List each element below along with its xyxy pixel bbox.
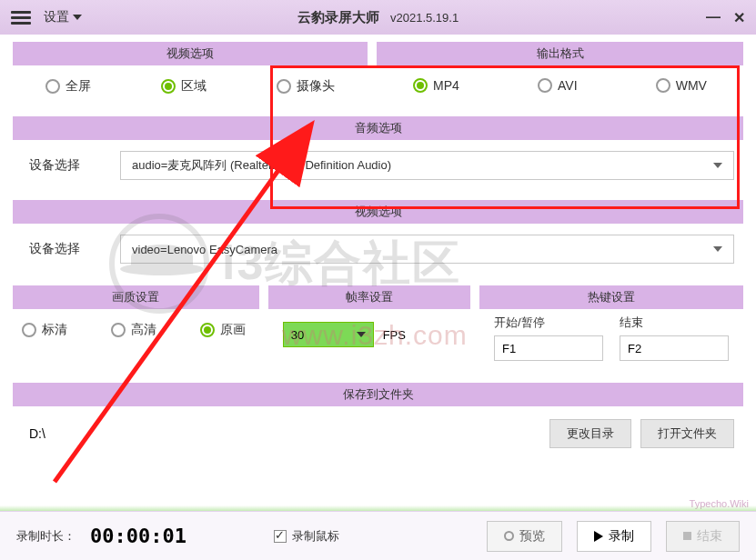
audio-device-label: 设备选择 xyxy=(22,157,104,174)
video-device-header: 视频选项 xyxy=(13,200,743,224)
open-folder-button[interactable]: 打开文件夹 xyxy=(640,419,734,448)
chevron-down-icon xyxy=(713,246,722,252)
video-device-dropdown[interactable]: video=Lenovo EasyCamera xyxy=(120,235,734,264)
minimize-button[interactable]: — xyxy=(701,8,725,26)
close-button[interactable]: ✕ xyxy=(727,8,751,26)
output-format-header: 输出格式 xyxy=(377,42,743,65)
radio-wmv[interactable]: WMV xyxy=(656,78,707,93)
fps-select[interactable]: 30 xyxy=(283,322,374,347)
radio-original[interactable]: 原画 xyxy=(200,322,246,338)
checkbox-icon xyxy=(274,530,287,543)
chevron-down-icon xyxy=(357,332,366,337)
menu-icon[interactable] xyxy=(5,7,36,28)
hotkey-start-input[interactable] xyxy=(494,335,603,361)
record-time-label: 录制时长： xyxy=(16,528,76,545)
stop-icon xyxy=(683,532,691,540)
hotkey-start-label: 开始/暂停 xyxy=(494,315,603,331)
record-button[interactable]: 录制 xyxy=(577,521,651,552)
record-mouse-checkbox[interactable]: 录制鼠标 xyxy=(274,528,339,545)
radio-camera[interactable]: 摄像头 xyxy=(277,78,335,95)
quality-header: 画质设置 xyxy=(13,285,259,309)
audio-device-dropdown[interactable]: audio=麦克风阵列 (Realtek High Definition Aud… xyxy=(120,151,734,180)
chevron-down-icon xyxy=(73,15,82,20)
video-options-header: 视频选项 xyxy=(13,42,368,65)
chevron-down-icon xyxy=(713,163,722,168)
radio-fullscreen[interactable]: 全屏 xyxy=(45,78,91,95)
change-folder-button[interactable]: 更改目录 xyxy=(549,419,631,448)
radio-sd[interactable]: 标清 xyxy=(22,322,67,338)
settings-label: 设置 xyxy=(44,9,69,25)
settings-dropdown[interactable]: 设置 xyxy=(44,9,82,25)
hotkey-stop-label: 结束 xyxy=(620,315,729,331)
titlebar: 设置 云豹录屏大师 v2021.5.19.1 — ✕ xyxy=(0,0,756,35)
preview-button[interactable]: 预览 xyxy=(487,521,562,552)
play-icon xyxy=(594,531,603,542)
app-title: 云豹录屏大师 v2021.5.19.1 xyxy=(297,9,459,26)
framerate-header: 帧率设置 xyxy=(268,285,470,309)
footer: 录制时长： 00:00:01 录制鼠标 预览 录制 结束 xyxy=(0,511,756,560)
radio-avi[interactable]: AVI xyxy=(538,78,578,93)
save-path-input[interactable] xyxy=(22,420,540,447)
record-time-value: 00:00:01 xyxy=(90,525,186,547)
radio-hd[interactable]: 高清 xyxy=(111,322,156,338)
save-header: 保存到文件夹 xyxy=(13,383,743,406)
radio-region[interactable]: 区域 xyxy=(161,78,207,95)
audio-header: 音频选项 xyxy=(13,116,743,140)
fps-unit: FPS xyxy=(383,328,406,342)
hotkey-header: 热键设置 xyxy=(479,285,743,309)
hotkey-stop-input[interactable] xyxy=(620,335,729,361)
video-device-label: 设备选择 xyxy=(22,241,104,257)
preview-icon xyxy=(504,531,514,541)
stop-button[interactable]: 结束 xyxy=(666,521,740,552)
radio-mp4[interactable]: MP4 xyxy=(413,78,459,93)
